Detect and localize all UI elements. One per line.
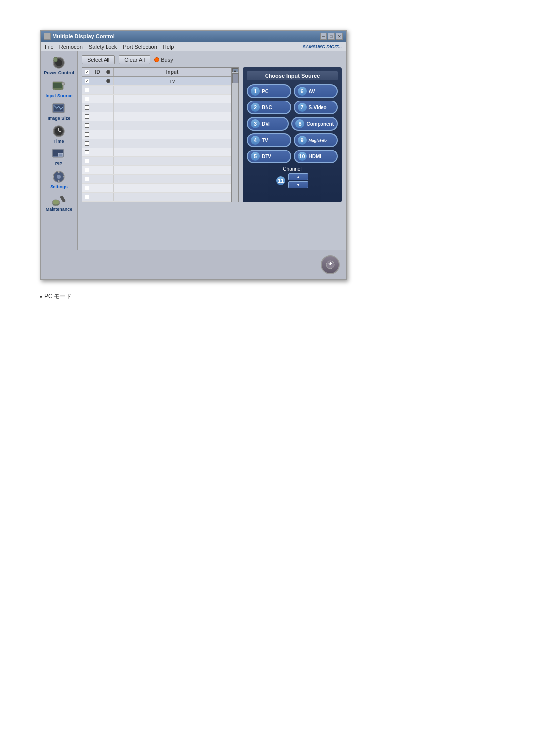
input-num-10: 10 (298, 152, 307, 161)
header-checkbox[interactable] (85, 70, 89, 74)
menu-port-selection[interactable]: Port Selection (123, 44, 157, 50)
channel-up-button[interactable]: ▲ (288, 173, 308, 180)
svg-point-23 (52, 200, 60, 204)
sidebar-item-power-control[interactable]: Power Control (42, 55, 76, 75)
th-input: Input (114, 68, 231, 76)
input-label-hdmi: HDMI (309, 154, 321, 159)
input-btn-pc[interactable]: 1 PC (247, 84, 291, 98)
th-status (103, 68, 114, 76)
table-row (82, 130, 231, 139)
table-row (82, 166, 231, 175)
toolbar: Select All Clear All Busy (82, 55, 342, 64)
td-id-0 (92, 77, 103, 85)
svg-rect-4 (54, 83, 62, 88)
input-num-7: 7 (298, 103, 307, 112)
menu-help[interactable]: Help (163, 44, 174, 50)
input-label-magicinfo: MagicInfo (309, 138, 327, 143)
footer-text: PC モード (44, 292, 72, 301)
channel-section: Channel 11 ▲ ▼ (247, 166, 338, 188)
input-num-1: 1 (251, 87, 260, 96)
display-table: ID Input (82, 67, 232, 202)
time-icon (50, 124, 68, 139)
svg-rect-15 (58, 153, 63, 156)
window-controls: ─ □ ✕ (320, 33, 343, 40)
channel-down-button[interactable]: ▼ (288, 181, 308, 188)
input-label-dtv: DTV (262, 154, 271, 159)
input-btn-magicinfo[interactable]: 9 MagicInfo (294, 133, 338, 147)
input-num-3: 3 (251, 119, 260, 128)
app-icon (44, 33, 51, 40)
input-btn-component[interactable]: 8 Component (291, 117, 338, 131)
input-btn-av[interactable]: 6 AV (294, 84, 338, 98)
maintenance-icon (50, 192, 68, 207)
table-row (82, 193, 231, 202)
sidebar-item-image-size[interactable]: Image Size (42, 101, 76, 121)
sidebar-item-settings[interactable]: Settings (42, 169, 76, 189)
main-content: Select All Clear All Busy (78, 51, 346, 250)
window-title: Multiple Display Control (53, 33, 115, 39)
channel-arrows: ▲ ▼ (288, 173, 308, 188)
maintenance-label: Maintenance (46, 207, 73, 212)
table-header: ID Input (82, 68, 231, 77)
row-checkbox-1[interactable] (85, 88, 89, 92)
input-btn-svideo[interactable]: 7 S-Video (294, 101, 338, 114)
input-label-component: Component (306, 121, 334, 127)
svg-rect-5 (55, 89, 61, 90)
menu-safety-lock[interactable]: Safety Lock (89, 44, 117, 50)
power-control-label: Power Control (44, 70, 74, 75)
time-label: Time (54, 139, 64, 144)
sidebar-item-input-source[interactable]: Input Source (42, 78, 76, 98)
minimize-button[interactable]: ─ (320, 33, 327, 40)
footer-note: • PC モード (40, 292, 72, 301)
input-btn-tv[interactable]: 4 TV (247, 133, 291, 147)
app-window: Multiple Display Control ─ □ ✕ File Remo… (40, 30, 347, 280)
sidebar-item-maintenance[interactable]: Maintenance (42, 192, 76, 212)
td-checkbox-1[interactable] (82, 86, 92, 94)
settings-label: Settings (50, 184, 68, 189)
pip-label: PIP (55, 161, 63, 166)
td-status-0 (103, 77, 114, 85)
input-btn-dvi[interactable]: 3 DVI (247, 117, 289, 131)
channel-controls: 11 ▲ ▼ (247, 173, 338, 188)
apply-button[interactable] (321, 255, 340, 274)
input-label-av: AV (309, 89, 315, 94)
svg-point-6 (62, 82, 65, 85)
busy-label: Busy (161, 57, 173, 63)
close-button[interactable]: ✕ (336, 33, 343, 40)
channel-number-display: 11 (276, 176, 285, 185)
sidebar-item-pip[interactable]: PIP (42, 147, 76, 166)
samsung-brand: SAMSUNG DIGIT... (303, 44, 342, 49)
menu-items: File Remocon Safety Lock Port Selection … (45, 44, 174, 50)
input-source-label: Input Source (45, 93, 72, 98)
input-label-dvi: DVI (262, 121, 270, 127)
power-control-icon (50, 55, 68, 70)
maximize-button[interactable]: □ (328, 33, 335, 40)
clear-all-button[interactable]: Clear All (119, 55, 150, 64)
sidebar-item-time[interactable]: Time (42, 124, 76, 144)
input-label-tv: TV (262, 138, 268, 143)
input-label-svideo: S-Video (309, 105, 327, 110)
image-size-icon (50, 101, 68, 116)
svg-rect-24 (60, 195, 66, 202)
input-btn-hdmi[interactable]: 10 HDMI (294, 150, 338, 163)
title-bar: Multiple Display Control ─ □ ✕ (41, 31, 346, 42)
select-all-button[interactable]: Select All (82, 55, 115, 64)
td-checkbox-0[interactable] (82, 77, 92, 85)
input-num-6: 6 (298, 87, 307, 96)
svg-rect-2 (54, 57, 57, 62)
table-scrollbar[interactable]: ▲ (232, 67, 239, 202)
row-checkbox-0[interactable] (85, 79, 89, 83)
input-num-8: 8 (295, 119, 304, 128)
table-row (82, 184, 231, 193)
input-num-5: 5 (251, 152, 260, 161)
pip-icon (50, 147, 68, 161)
menu-file[interactable]: File (45, 44, 54, 50)
channel-label: Channel (247, 166, 338, 172)
input-btn-dtv[interactable]: 5 DTV (247, 150, 291, 163)
menu-remocon[interactable]: Remocon (59, 44, 83, 50)
td-status-1 (103, 86, 114, 94)
input-num-9: 9 (298, 136, 307, 145)
input-btn-bnc[interactable]: 2 BNC (247, 101, 291, 114)
table-row (82, 95, 231, 103)
scroll-thumb[interactable] (232, 73, 239, 83)
